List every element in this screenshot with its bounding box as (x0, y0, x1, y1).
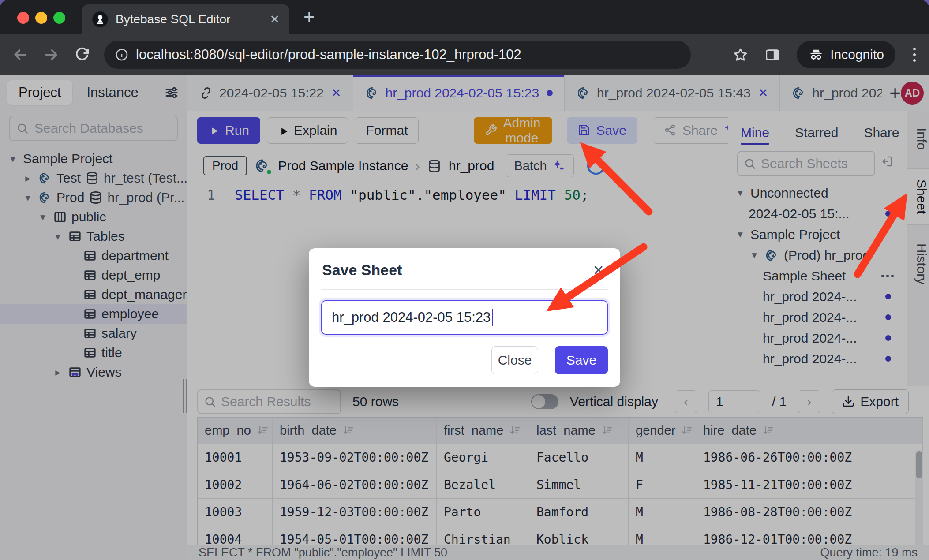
save-sheet-dialog: Save Sheet ✕ hr_prod 2024-02-05 15:23 Cl… (309, 248, 620, 387)
new-tab-button[interactable]: + (303, 6, 315, 27)
text-cursor (492, 309, 493, 326)
browser-tab-close-icon[interactable]: ✕ (270, 12, 280, 26)
browser-window: Bytebase SQL Editor ✕ + localhost:8080/s… (0, 0, 929, 560)
bytebase-favicon (92, 11, 109, 28)
back-icon[interactable] (11, 46, 29, 63)
site-info-icon[interactable] (115, 48, 129, 62)
address-bar[interactable]: localhost:8080/sql-editor/prod-sample-in… (104, 41, 691, 69)
dialog-save-button[interactable]: Save (555, 346, 608, 374)
close-window-button[interactable] (17, 12, 29, 24)
browser-toolbar: localhost:8080/sql-editor/prod-sample-in… (0, 34, 929, 75)
reload-icon[interactable] (73, 46, 91, 63)
bookmark-star-icon[interactable] (732, 47, 749, 63)
dialog-close-icon[interactable]: ✕ (590, 262, 607, 279)
forward-icon[interactable] (42, 46, 60, 63)
incognito-icon (808, 47, 824, 63)
sheet-name-input[interactable]: hr_prod 2024-02-05 15:23 (321, 300, 608, 335)
browser-menu-icon[interactable] (911, 46, 918, 63)
maximize-window-button[interactable] (53, 12, 65, 24)
minimize-window-button[interactable] (35, 12, 47, 24)
dialog-close-button[interactable]: Close (491, 346, 538, 374)
dialog-title: Save Sheet (322, 261, 402, 279)
url-text: localhost:8080/sql-editor/prod-sample-in… (136, 47, 521, 63)
browser-tab[interactable]: Bytebase SQL Editor ✕ (82, 4, 289, 34)
browser-tab-title: Bytebase SQL Editor (116, 12, 262, 26)
incognito-badge: Incognito (797, 41, 895, 68)
side-panel-icon[interactable] (764, 47, 781, 63)
incognito-label: Incognito (830, 47, 884, 62)
browser-tab-strip: Bytebase SQL Editor ✕ + (0, 0, 929, 34)
